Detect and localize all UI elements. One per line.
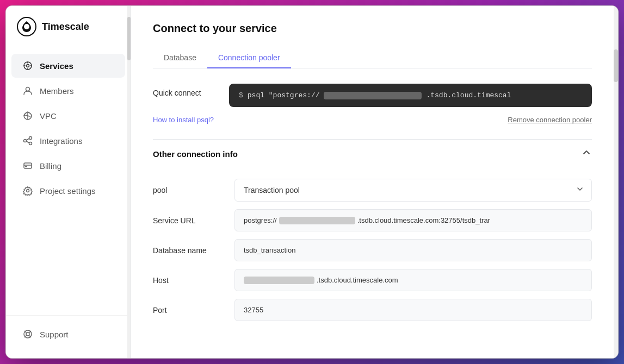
blurred-host-value [244, 277, 314, 284]
database-name-label: Database name [153, 246, 224, 255]
main-scrollbar[interactable] [614, 6, 618, 358]
host-label: Host [153, 276, 224, 285]
svg-rect-15 [24, 163, 32, 168]
pool-select-wrapper: Transaction pool Session pool Statement … [234, 179, 592, 202]
sidebar-item-billing-label: Billing [40, 161, 61, 171]
port-label: Port [153, 306, 224, 315]
quick-connect-code: $ psql "postgres:// .tsdb.cloud.timescal [229, 84, 592, 107]
psql-command: psql "postgres:// [248, 91, 320, 99]
scrollbar-thumb [614, 49, 618, 82]
timescale-logo-icon [17, 17, 36, 36]
svg-point-12 [29, 142, 32, 145]
services-icon [22, 60, 33, 71]
svg-point-11 [29, 137, 32, 140]
sidebar-item-members[interactable]: Members [11, 79, 125, 103]
vpc-icon [22, 110, 33, 121]
members-icon [22, 85, 33, 96]
field-row-database-name: Database name tsdb_transaction [153, 239, 592, 261]
links-row: How to install psql? Remove connection p… [153, 116, 592, 124]
sidebar-bottom: Support [6, 315, 131, 358]
database-name-value: tsdb_transaction [234, 239, 592, 261]
field-row-pool: pool Transaction pool Session pool State… [153, 179, 592, 202]
svg-rect-17 [25, 166, 27, 167]
install-psql-link[interactable]: How to install psql? [153, 116, 214, 124]
integrations-icon [22, 135, 33, 146]
svg-line-13 [27, 139, 29, 140]
sidebar-item-services[interactable]: Services [11, 54, 125, 78]
host-suffix: .tsdb.cloud.timescal [426, 91, 511, 99]
tab-database[interactable]: Database [153, 48, 207, 68]
pool-select[interactable]: Transaction pool Session pool Statement … [234, 179, 592, 202]
sidebar-nav: Services Members [6, 47, 131, 315]
logo: Timescale [6, 6, 131, 47]
other-connection-info-title: Other connection info [153, 149, 238, 159]
field-row-port: Port 32755 [153, 299, 592, 321]
svg-point-7 [27, 65, 29, 67]
sidebar-item-services-label: Services [40, 61, 73, 71]
service-url-value: postgres:// .tsdb.cloud.timescale.com:32… [234, 209, 592, 231]
svg-point-10 [24, 140, 27, 142]
sidebar-item-project-settings[interactable]: Project settings [11, 179, 125, 203]
sidebar-item-vpc[interactable]: VPC [11, 104, 125, 128]
tabs: Database Connection pooler [153, 48, 592, 68]
dollar-sign: $ [239, 91, 243, 99]
svg-point-18 [27, 190, 29, 192]
other-connection-info-header[interactable]: Other connection info [153, 139, 592, 168]
logo-text: Timescale [42, 21, 89, 33]
sidebar-item-support-label: Support [40, 330, 69, 339]
blurred-host [324, 92, 422, 99]
sidebar-item-integrations[interactable]: Integrations [11, 129, 125, 153]
sidebar-item-billing[interactable]: Billing [11, 154, 125, 178]
sidebar: Timescale Services [6, 6, 131, 358]
remove-pooler-link[interactable]: Remove connection pooler [508, 116, 592, 124]
sidebar-item-members-label: Members [40, 86, 74, 96]
blurred-url-host [279, 217, 355, 224]
svg-point-1 [24, 24, 29, 29]
collapse-icon [581, 147, 592, 160]
host-value: .tsdb.cloud.timescale.com [234, 269, 592, 291]
tab-connection-pooler[interactable]: Connection pooler [207, 48, 291, 68]
billing-icon [22, 160, 33, 171]
content-area: Connect to your service Database Connect… [131, 6, 614, 358]
svg-point-8 [26, 87, 30, 91]
sidebar-item-project-settings-label: Project settings [40, 186, 96, 196]
svg-line-14 [27, 141, 29, 143]
support-icon [22, 329, 33, 340]
sidebar-item-vpc-label: VPC [40, 111, 57, 121]
page-title: Connect to your service [153, 22, 592, 35]
quick-connect-row: Quick connect $ psql "postgres:// .tsdb.… [153, 84, 592, 107]
sidebar-scrollbar[interactable] [127, 6, 131, 358]
field-row-service-url: Service URL postgres:// .tsdb.cloud.time… [153, 209, 592, 231]
quick-connect-label: Quick connect [153, 89, 218, 97]
project-settings-icon [22, 185, 33, 196]
main-content: Connect to your service Database Connect… [131, 6, 614, 358]
sidebar-item-integrations-label: Integrations [40, 136, 82, 146]
field-row-host: Host .tsdb.cloud.timescale.com [153, 269, 592, 291]
port-value: 32755 [234, 299, 592, 321]
svg-point-20 [26, 332, 29, 336]
pool-label: pool [153, 186, 224, 194]
service-url-label: Service URL [153, 216, 224, 225]
sidebar-item-support[interactable]: Support [11, 322, 125, 346]
